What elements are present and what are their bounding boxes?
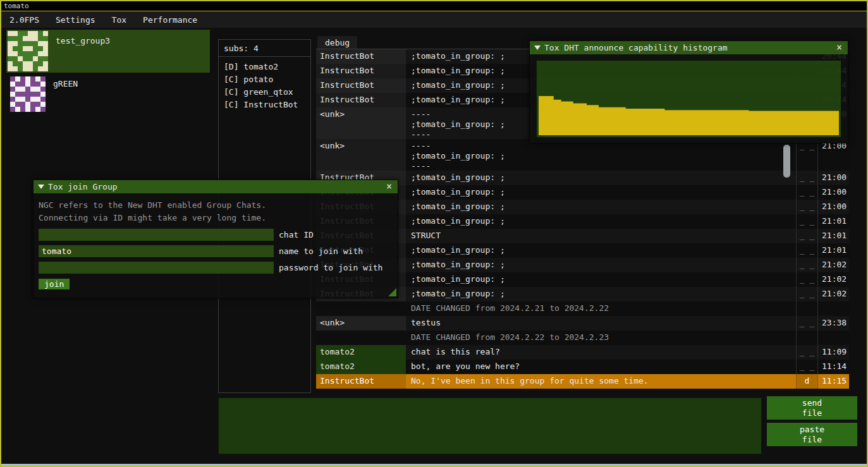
receipt-marks: _ _: [796, 214, 817, 229]
subs-list: [D] tomato2[C] potato[C] green_qtox[C] I…: [224, 61, 305, 111]
message-text: ;tomato_in_group: ;: [406, 272, 796, 287]
chat-id-input[interactable]: [39, 229, 274, 241]
menu-item-performance[interactable]: Performance: [135, 12, 205, 28]
sender-name: <unk>: [316, 139, 406, 171]
group-avatar-icon: [10, 76, 46, 112]
message-text: No, I've been in this group for quite so…: [406, 374, 796, 389]
message-text: bot, are you new here?: [406, 360, 796, 374]
timestamp: 11:09: [817, 345, 849, 360]
message-text: DATE CHANGED from 2024.2.22 to 2024.2.23: [406, 331, 796, 345]
send-file-button[interactable]: send file: [767, 396, 857, 420]
timestamp: 21:00: [817, 185, 849, 200]
name-to-join-with-input[interactable]: [39, 245, 274, 257]
chat-scrollbar-thumb[interactable]: [783, 145, 790, 178]
subs-count: subs: 4: [224, 43, 305, 54]
subs-list-item[interactable]: [C] InstructBot: [224, 99, 305, 111]
menubar-items: SettingsToxPerformance: [47, 12, 205, 28]
message-text: ;tomato_in_group: ;: [406, 214, 796, 229]
receipt-marks: _ _: [796, 360, 817, 374]
close-icon[interactable]: ×: [835, 43, 843, 52]
receipt-marks: _ _: [796, 345, 817, 360]
join-field-row: chat ID: [39, 229, 393, 241]
join-hint-line-1: NGC refers to the New DHT enabled Group …: [39, 199, 393, 212]
join-window-titlebar[interactable]: Tox join Group ×: [34, 180, 398, 193]
join-fields: chat IDname to join withpassword to join…: [39, 229, 393, 274]
resize-grip-icon[interactable]: [388, 288, 396, 296]
receipt-marks: _ _: [796, 316, 817, 331]
join-window-title: Tox join Group: [48, 182, 118, 191]
receipt-marks: d: [796, 374, 817, 389]
histogram-window-titlebar[interactable]: Tox DHT announce capability histogram ×: [530, 41, 848, 54]
sender-name: InstructBot: [316, 93, 406, 107]
receipt-marks: [796, 331, 817, 345]
timestamp: 21:00: [817, 139, 849, 171]
timestamp: 11:14: [817, 360, 849, 374]
menu-item-settings[interactable]: Settings: [47, 12, 104, 28]
sender-name: InstructBot: [316, 64, 406, 78]
timestamp: 21:00: [817, 171, 849, 185]
receipt-marks: _ _: [796, 272, 817, 287]
chat-message-row[interactable]: tomato2chat is this real?_ _11:09: [316, 345, 849, 360]
subs-list-item[interactable]: [C] potato: [224, 73, 305, 86]
receipt-marks: _ _: [796, 200, 817, 214]
sender-name: InstructBot: [316, 78, 406, 93]
timestamp: 21:01: [817, 243, 849, 258]
timestamp: [817, 301, 849, 316]
message-text: ---- ;tomato_in_group: ; ----: [406, 139, 796, 171]
chat-message-row[interactable]: <unk>testus_ _23:38: [316, 316, 849, 331]
histogram-window: Tox DHT announce capability histogram ×: [529, 40, 848, 143]
password-to-join-with-label: password to join with: [279, 263, 382, 272]
join-field-row: name to join with: [39, 245, 393, 257]
name-to-join-with-label: name to join with: [279, 246, 363, 256]
window-bottom-edge: [1, 464, 867, 466]
timestamp: 21:00: [817, 200, 849, 214]
sender-name: InstructBot: [316, 374, 406, 389]
message-text: ;tomato_in_group: ;: [406, 258, 796, 272]
chat-id-label: chat ID: [279, 230, 314, 240]
date-separator-row: DATE CHANGED from 2024.2.22 to 2024.2.23: [316, 331, 849, 345]
sender-name: [316, 301, 406, 316]
join-field-row: password to join with: [39, 262, 393, 274]
timestamp: 21:01: [817, 214, 849, 229]
message-text: STRUCT: [406, 229, 796, 243]
message-input[interactable]: [218, 397, 762, 454]
app-window: tomato 2.0FPS SettingsToxPerformance tes…: [0, 0, 868, 467]
menu-item-tox[interactable]: Tox: [104, 12, 135, 28]
histogram-window-title: Tox DHT announce capability histogram: [544, 43, 728, 52]
group-name: gREEN: [46, 76, 78, 112]
titlebar[interactable]: tomato: [1, 1, 867, 11]
histogram-plot: [536, 60, 841, 138]
join-button[interactable]: join: [39, 279, 70, 289]
receipt-marks: _ _: [796, 139, 817, 171]
subs-list-item[interactable]: [D] tomato2: [224, 61, 305, 73]
group-item-test_group3[interactable]: test_group3: [6, 30, 210, 73]
join-group-window: Tox join Group × NGC refers to the New D…: [33, 179, 398, 298]
join-window-body: NGC refers to the New DHT enabled Group …: [34, 193, 398, 295]
chat-message-row[interactable]: <unk>---- ;tomato_in_group: ; ----_ _21:…: [316, 139, 849, 171]
timestamp: 11:15: [817, 374, 849, 389]
group-name: test_group3: [48, 31, 110, 71]
sender-name: tomato2: [316, 345, 406, 360]
receipt-marks: _ _: [796, 243, 817, 258]
timestamp: 23:38: [817, 316, 849, 331]
close-icon[interactable]: ×: [385, 182, 393, 191]
sender-name: InstructBot: [316, 49, 406, 64]
receipt-marks: _ _: [796, 287, 817, 301]
password-to-join-with-input[interactable]: [39, 262, 274, 274]
tab-debug[interactable]: debug: [317, 36, 357, 49]
separator: [219, 56, 310, 57]
fps-counter: 2.0FPS: [1, 12, 47, 28]
subs-list-item[interactable]: [C] green_qtox: [224, 86, 305, 99]
chat-message-row[interactable]: InstructBotNo, I've been in this group f…: [316, 374, 849, 389]
group-item-gREEN[interactable]: gREEN: [6, 75, 210, 113]
collapse-icon[interactable]: [38, 185, 44, 189]
message-text: testus: [406, 316, 796, 331]
receipt-marks: _ _: [796, 185, 817, 200]
timestamp: 21:02: [817, 272, 849, 287]
collapse-icon[interactable]: [534, 45, 541, 50]
sender-name: tomato2: [316, 360, 406, 374]
chat-message-row[interactable]: tomato2bot, are you new here?_ _11:14: [316, 360, 849, 374]
paste-file-button[interactable]: paste file: [767, 423, 857, 446]
window-title: tomato: [4, 2, 29, 10]
sender-name: <unk>: [316, 316, 406, 331]
